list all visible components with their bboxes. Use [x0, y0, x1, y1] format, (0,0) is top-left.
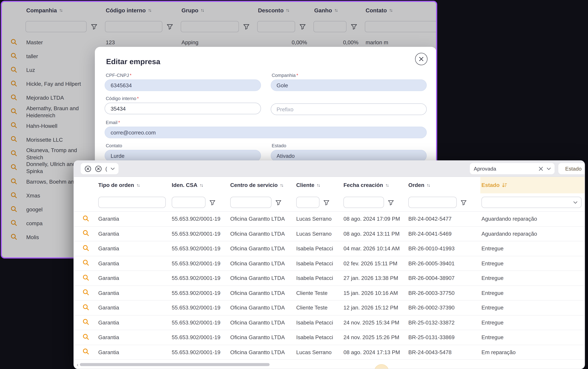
codigo-interno-label: Código interno* [106, 96, 261, 101]
iden-cell: 55.653.902/0001-19 [171, 349, 229, 355]
orders-toolbar: ( Aprovada Estado [74, 161, 585, 177]
modal-close-button[interactable] [415, 53, 428, 65]
filter-chip-group: ( [81, 163, 118, 174]
centro-cell: Oficina Garantto LTDA [229, 319, 295, 325]
iden-cell: 55.653.902/0001-19 [171, 246, 229, 251]
scrollbar-thumb[interactable] [80, 363, 270, 366]
scroll-left-arrow[interactable]: ‹ [75, 362, 80, 368]
cliente-cell: Cliente Teste [295, 290, 342, 296]
row-search-icon[interactable] [82, 229, 90, 237]
header-centro-de-servicio[interactable]: Centro de servicio↑↓ [229, 177, 295, 193]
row-search-icon[interactable] [82, 289, 90, 296]
sort-both-icon: ↑↓ [136, 183, 139, 188]
companhia-field[interactable] [271, 79, 427, 91]
codigo-interno-field[interactable] [105, 103, 261, 114]
header-tipo-de-orden[interactable]: Tipo de orden↑↓ [97, 177, 170, 193]
table-row: Garantia 55.653.902/0001-19 Oficina Gara… [74, 271, 585, 286]
orders-filter-row [74, 193, 585, 212]
estado-cell: Aguardando reparação [480, 231, 585, 237]
header-cliente[interactable]: Cliente↑↓ [295, 177, 342, 193]
clear-filter-icon[interactable] [95, 165, 102, 172]
estado-cell: Entregue [480, 334, 585, 340]
iden-cell: 55.653.902/0001-19 [171, 260, 229, 266]
orden-filter-input[interactable] [408, 197, 457, 208]
email-label: Email* [106, 120, 427, 125]
sort-descending-icon [502, 182, 508, 188]
row-search-icon[interactable] [82, 333, 90, 340]
header-estado[interactable]: Estado [480, 177, 585, 193]
row-search-icon[interactable] [82, 259, 90, 266]
sort-both-icon: ↑↓ [200, 183, 203, 188]
header-iden-csa[interactable]: Iden. CSA↑↓ [171, 177, 229, 193]
table-row: Garantia 55.653.902/0001-19 Oficina Gara… [74, 315, 585, 330]
orden-filter-funnel-icon[interactable] [460, 199, 468, 206]
orden-cell: BR-26-0004-38907 [407, 275, 480, 281]
cliente-cell: Cliente Teste [295, 305, 342, 311]
tipo-filter-input[interactable] [98, 197, 166, 208]
estado-cell: Entregue [480, 275, 585, 281]
cliente-cell: Isabela Petacci [295, 260, 342, 266]
sort-both-icon: ↑↓ [317, 183, 320, 188]
row-search-icon[interactable] [82, 303, 90, 311]
cliente-cell: Lucas Serrano [295, 216, 342, 222]
estado-cell: Entregue [480, 290, 585, 296]
centro-cell: Oficina Garantto LTDA [229, 334, 295, 340]
cliente-cell: Isabela Petacci [295, 246, 342, 251]
modal-title: Editar empresa [106, 57, 427, 66]
tipo-cell: Garantia [97, 231, 170, 237]
estado-cell: Aguardando reparação [480, 216, 585, 222]
fecha-filter-input[interactable] [343, 197, 384, 208]
row-search-icon[interactable] [82, 274, 90, 281]
orden-cell: BR-24-0043-5478 [407, 349, 480, 355]
screen: Companhia↑↓ Código interno↑↓ Grupo↑↓ Des… [0, 0, 588, 369]
iden-filter-funnel-icon[interactable] [209, 199, 216, 206]
required-mark: * [130, 73, 132, 78]
table-row: Garantia 55.653.902/0001-19 Oficina Gara… [74, 330, 585, 345]
iden-cell: 55.653.902/0001-19 [171, 216, 229, 222]
row-search-icon[interactable] [82, 348, 90, 355]
orders-rows: Garantia 55.653.902/0001-19 Oficina Gara… [74, 212, 585, 360]
row-search-icon[interactable] [82, 215, 90, 222]
iden-cell: 55.653.902/0001-19 [171, 334, 229, 340]
orders-header-row: Tipo de orden↑↓ Iden. CSA↑↓ Centro de se… [74, 177, 585, 193]
clear-filter-icon[interactable] [84, 165, 92, 172]
iden-filter-input[interactable] [172, 197, 206, 208]
prefixo-field[interactable] [271, 103, 427, 115]
orden-cell: BR-25-0132-33872 [407, 319, 480, 325]
contato-field[interactable] [105, 150, 261, 162]
estado-cell: Entregue [480, 246, 585, 251]
tipo-cell: Garantia [97, 246, 170, 251]
centro-cell: Oficina Garantto LTDA [229, 290, 295, 296]
centro-filter-input[interactable] [230, 197, 272, 208]
table-row: Garantia 55.653.902/0001-19 Oficina Gara… [74, 212, 585, 227]
clear-status-icon[interactable] [539, 166, 544, 171]
required-mark: * [296, 73, 298, 78]
centro-filter-funnel-icon[interactable] [275, 199, 282, 206]
status-filter-select[interactable]: Aprovada [470, 163, 555, 174]
fecha-filter-funnel-icon[interactable] [387, 199, 395, 206]
orders-window: ( Aprovada Estado Tipo de orden↑↓ Iden. … [74, 160, 585, 369]
scrollbar-track[interactable] [80, 363, 583, 366]
estado-field[interactable] [271, 150, 427, 162]
orden-cell: BR-24-0041-5469 [407, 231, 480, 237]
cliente-filter-input[interactable] [296, 197, 319, 208]
estado-filter-select[interactable] [482, 197, 582, 208]
cliente-cell: Lucas Serrano [295, 349, 342, 355]
cpf-cnpj-field[interactable] [105, 79, 261, 91]
fecha-cell: 04 mar. 2026 10:14 AM [342, 246, 407, 251]
tipo-cell: Garantia [97, 275, 170, 281]
orden-cell: BR-26-0002-37390 [407, 305, 480, 311]
email-field[interactable] [105, 127, 427, 138]
row-search-icon[interactable] [82, 318, 90, 326]
header-orden[interactable]: Orden↑↓ [407, 177, 480, 193]
centro-cell: Oficina Garantto LTDA [229, 275, 295, 281]
header-fecha-creacion[interactable]: Fecha creación↑↓ [342, 177, 407, 193]
estado-column-button[interactable]: Estado [558, 163, 585, 174]
fecha-cell: 24 nov. 2025 15:26 PM [342, 334, 407, 340]
row-search-icon[interactable] [82, 244, 90, 252]
centro-cell: Oficina Garantto LTDA [229, 305, 295, 311]
cpf-cnpj-label: CPF-CNPJ* [106, 73, 261, 78]
estado-cell: Entregue [480, 305, 585, 311]
cliente-filter-funnel-icon[interactable] [323, 199, 330, 206]
chevron-down-icon [111, 167, 115, 170]
